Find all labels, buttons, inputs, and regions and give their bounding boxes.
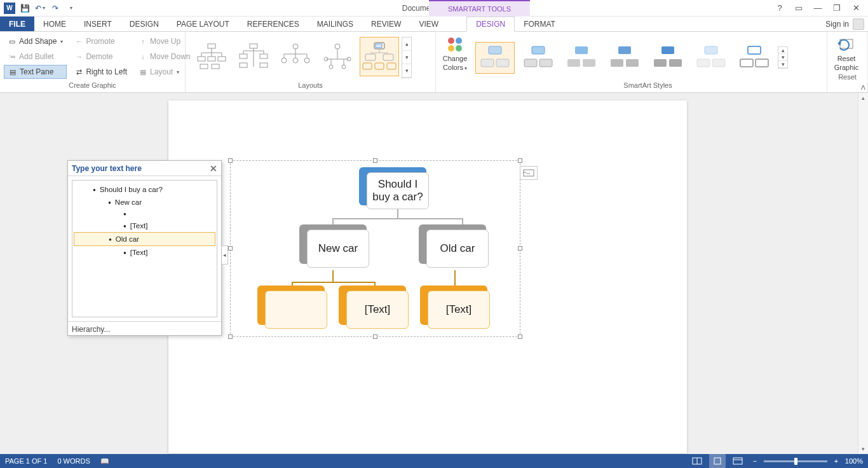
resize-handle-n[interactable] — [373, 158, 377, 163]
layout-option-1[interactable] — [192, 37, 231, 76]
svg-point-23 — [281, 58, 287, 63]
resize-handle-se[interactable] — [518, 334, 522, 339]
resize-handle-nw[interactable] — [228, 158, 233, 163]
zoom-in[interactable]: + — [831, 457, 841, 465]
gallery-down[interactable]: ▾ — [402, 51, 411, 64]
add-bullet-button[interactable]: ≔Add Bullet — [4, 50, 67, 64]
status-words[interactable]: 0 WORDS — [57, 457, 90, 465]
tab-design-doc[interactable]: DESIGN — [121, 17, 168, 31]
style-option-3[interactable] — [562, 42, 601, 74]
view-read-mode[interactable] — [689, 454, 705, 468]
svg-rect-65 — [669, 59, 682, 67]
tab-mailings[interactable]: MAILINGS — [308, 17, 362, 31]
tab-file[interactable]: FILE — [0, 17, 34, 31]
vertical-scrollbar[interactable]: ▴ ▾ — [858, 93, 868, 454]
ribbon-display-options[interactable]: ▭ — [789, 1, 808, 16]
demote-icon: → — [74, 52, 83, 61]
text-pane-footer[interactable]: Hierarchy... — [68, 321, 221, 336]
gallery-up[interactable]: ▴ — [402, 38, 411, 51]
styles-more[interactable]: ▾ — [778, 61, 787, 68]
smartart-canvas[interactable]: Should I buy a car? New car Old car [Tex… — [230, 160, 520, 337]
tab-smartart-format[interactable]: FORMAT — [515, 17, 564, 31]
text-pane-close[interactable]: ✕ — [210, 163, 217, 174]
zoom-thumb[interactable] — [794, 458, 797, 465]
group-label-reset: Reset — [831, 72, 864, 83]
collapse-ribbon[interactable]: ᐱ — [861, 84, 865, 91]
scroll-down[interactable]: ▾ — [858, 444, 868, 454]
style-option-7[interactable] — [735, 42, 774, 74]
text-pane-item[interactable]: ●New car — [74, 196, 215, 209]
svg-rect-67 — [697, 59, 710, 67]
tab-insert[interactable]: INSERT — [75, 17, 121, 31]
layout-options-button[interactable] — [520, 166, 538, 180]
svg-rect-60 — [618, 46, 631, 54]
restore-button[interactable]: ❐ — [827, 1, 846, 16]
style-option-4[interactable] — [605, 42, 644, 74]
layout-option-2[interactable] — [234, 37, 273, 76]
view-web-layout[interactable] — [729, 454, 746, 468]
ribbon-tabs: FILE HOME INSERT DESIGN PAGE LAYOUT REFE… — [0, 17, 868, 32]
minimize-button[interactable]: — — [808, 1, 827, 16]
tab-home[interactable]: HOME — [34, 17, 75, 31]
gallery-more[interactable]: ▾ — [402, 64, 411, 78]
layout-option-selected[interactable] — [360, 37, 399, 76]
style-option-2[interactable] — [519, 42, 558, 74]
tab-view[interactable]: VIEW — [410, 17, 447, 31]
smartart-text-pane: Type your text here ✕ ●Should I buy a ca… — [67, 160, 222, 336]
svg-rect-77 — [714, 458, 721, 464]
svg-point-20 — [293, 44, 298, 49]
resize-handle-s[interactable] — [373, 334, 377, 339]
reset-graphic-button[interactable]: Reset Graphic — [831, 34, 862, 72]
svg-rect-51 — [489, 46, 501, 54]
text-pane-expander[interactable]: ◂ — [222, 245, 228, 265]
svg-rect-9 — [200, 64, 208, 69]
text-pane-item[interactable]: ●[Text] — [74, 219, 215, 232]
scroll-up[interactable]: ▴ — [858, 93, 868, 103]
text-pane-item[interactable]: ●[Text] — [74, 246, 215, 259]
text-pane-item-selected[interactable]: ●Old car — [74, 232, 215, 246]
styles-down[interactable]: ▾ — [778, 54, 787, 61]
sign-in[interactable]: Sign in — [825, 17, 864, 32]
style-option-5[interactable] — [648, 42, 688, 74]
zoom-level[interactable]: 100% — [845, 457, 863, 465]
group-smartart-styles: ▴ ▾ ▾ SmartArt Styles — [469, 32, 827, 92]
add-shape-button[interactable]: ▭Add Shape▾ — [4, 34, 67, 48]
layout-option-4[interactable] — [318, 37, 357, 76]
undo-button[interactable]: ↶▾ — [34, 3, 46, 14]
scroll-track[interactable] — [858, 103, 868, 444]
tab-page-layout[interactable]: PAGE LAYOUT — [168, 17, 238, 31]
style-option-1[interactable] — [475, 42, 515, 74]
status-proofing-icon[interactable]: 📖 — [100, 457, 109, 465]
close-button[interactable]: ✕ — [846, 1, 865, 16]
resize-handle-sw[interactable] — [228, 334, 233, 339]
status-page[interactable]: PAGE 1 OF 1 — [5, 457, 47, 465]
redo-button[interactable]: ↷ — [50, 3, 61, 14]
resize-handle-ne[interactable] — [518, 158, 522, 163]
help-button[interactable]: ? — [770, 1, 789, 16]
demote-button[interactable]: →Demote — [71, 50, 131, 64]
style-option-6[interactable] — [691, 42, 731, 74]
svg-rect-6 — [198, 57, 205, 61]
view-print-layout[interactable] — [709, 454, 726, 468]
svg-rect-45 — [375, 63, 384, 69]
layout-option-3[interactable] — [276, 37, 315, 76]
svg-point-48 — [456, 38, 462, 44]
qat-customize[interactable]: ▾ — [65, 3, 76, 14]
tab-smartart-design[interactable]: DESIGN — [466, 17, 515, 32]
title-bar: W 💾 ↶▾ ↷ ▾ Document2 - Word SMARTART TOO… — [0, 0, 868, 17]
styles-up[interactable]: ▴ — [778, 47, 787, 54]
resize-handle-e[interactable] — [518, 246, 522, 251]
text-pane-item[interactable]: ●Should I buy a car? — [74, 183, 215, 196]
save-button[interactable]: 💾 — [19, 3, 31, 14]
change-colors-button[interactable]: Change Colors▾ — [440, 34, 470, 74]
zoom-out[interactable]: − — [750, 457, 760, 465]
resize-handle-w[interactable] — [228, 246, 233, 251]
text-pane-toggle[interactable]: ▤Text Pane — [4, 65, 67, 79]
tab-references[interactable]: REFERENCES — [238, 17, 308, 31]
promote-button[interactable]: ←Promote — [71, 34, 131, 48]
text-pane-list[interactable]: ●Should I buy a car? ●New car ● ●[Text] … — [72, 180, 217, 317]
tab-review[interactable]: REVIEW — [362, 17, 410, 31]
right-to-left-button[interactable]: ⇄Right to Left — [71, 65, 131, 79]
text-pane-item[interactable]: ● — [74, 209, 215, 219]
zoom-slider[interactable] — [764, 460, 827, 462]
